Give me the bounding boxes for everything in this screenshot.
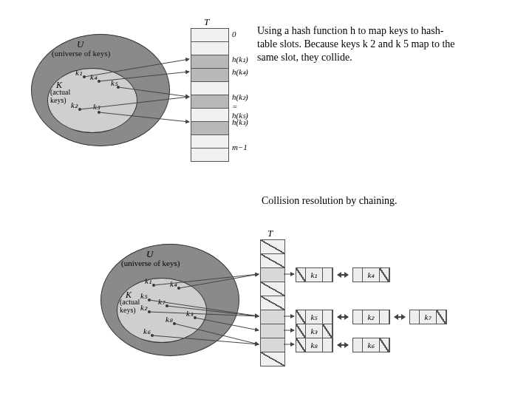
label-U-sub: (universe of keys)	[52, 49, 110, 58]
key-k5: k₅	[111, 78, 117, 88]
key-k1: k₁	[75, 68, 82, 78]
diagram-chaining: U (universe of keys) K (actual keys) k₁ …	[100, 233, 485, 389]
key2-k5: k₅	[140, 291, 147, 301]
chain-slot-7: k₈ k₆	[296, 338, 390, 352]
key2-k6: k₆	[143, 327, 150, 336]
caption-chaining: Collision resolution by chaining.	[262, 195, 398, 207]
label-T-2: T	[267, 228, 273, 239]
label-K-sub-2: (actual keys)	[120, 299, 140, 314]
slot-label-hk2hk5: h(k₂) = h(k₅)	[232, 92, 253, 120]
chain-slot-2: k₁ k₄	[296, 267, 390, 282]
chain-slot-6: k₃	[296, 324, 333, 338]
chain-slot-5: k₅ k₂ k₇	[296, 310, 447, 324]
diagram-hash-table: U (universe of keys) K (actual keys) k₁ …	[31, 13, 253, 168]
key2-k2: k₂	[140, 303, 147, 313]
key2-k3: k₃	[186, 309, 193, 318]
label-T: T	[204, 16, 209, 28]
slot-label-m1: m−1	[232, 143, 248, 151]
slot-label-hk1: h(k₁)	[232, 55, 248, 64]
key2-k1: k₁	[145, 276, 151, 286]
key-k3: k₃	[93, 102, 100, 112]
hash-table-2	[260, 239, 285, 366]
label-K-sub: (actual keys)	[50, 89, 70, 104]
slot-label-hk3: h(k₃)	[232, 117, 248, 127]
label-U-sub-2: (universe of keys)	[121, 259, 180, 267]
key-k4: k₄	[90, 72, 97, 82]
key2-k7: k₇	[158, 297, 165, 307]
slot-label-hk4: h(k₄)	[232, 67, 248, 77]
caption-hash-function: Using a hash function h to map keys to h…	[257, 24, 457, 65]
key2-k4: k₄	[170, 279, 177, 289]
slot-label-0: 0	[232, 30, 236, 38]
key-k2: k₂	[71, 100, 78, 110]
hash-table	[191, 28, 229, 162]
key2-k8: k₈	[166, 315, 172, 324]
